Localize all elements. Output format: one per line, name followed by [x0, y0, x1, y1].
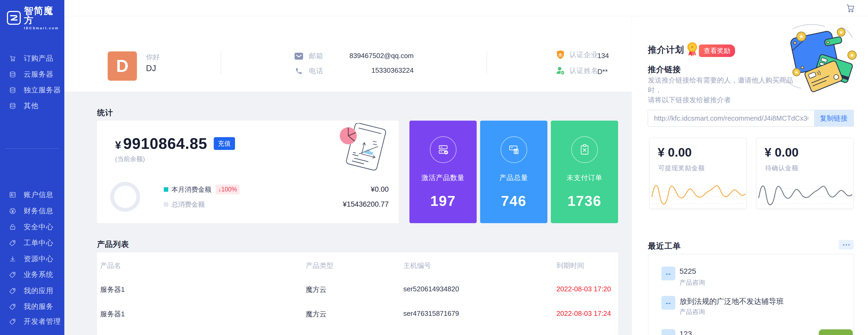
tile-total-products: 产品总量 746 — [480, 121, 547, 223]
sidebar-item-label: 账户信息 — [24, 190, 54, 199]
legend-swatch-total — [164, 202, 168, 207]
medal-icon — [686, 42, 699, 57]
reward-label: 可提现奖励金额 — [658, 164, 705, 172]
recent-tickets-title: 最近工单 — [648, 241, 681, 252]
sidebar-item-label: 我的应用 — [24, 286, 54, 296]
user-name: DJ — [146, 64, 156, 73]
unpaid-orders-icon — [571, 136, 598, 163]
ticket-category: 产品咨询 — [680, 278, 705, 287]
tag-icon — [9, 240, 16, 247]
database-icon — [9, 102, 16, 109]
referral-panel: 推介计划 查看奖励 — [632, 16, 868, 335]
user-avatar: D — [108, 51, 137, 81]
ticket-title: 123 — [680, 330, 692, 335]
sidebar-item-dedicated-server[interactable]: 独立服务器 — [0, 84, 64, 96]
brand-logo-icon — [6, 10, 21, 25]
cert-name-label: 认证姓名 — [569, 66, 598, 75]
tickets-more-button[interactable] — [839, 240, 854, 250]
user-greeting: 你好 — [146, 53, 160, 62]
tile-label: 激活产品数量 — [409, 173, 477, 183]
download-icon — [9, 255, 16, 262]
reward-amount: ¥ 0.00 — [658, 145, 692, 160]
cell-expire-time: 2022-08-03 17:24 — [556, 309, 611, 318]
tile-value: 197 — [409, 193, 477, 209]
ticket-list-item[interactable]: -- 放到法规的广泛地不发达辅导班 产品咨询 — [648, 296, 854, 320]
active-products-icon — [430, 136, 457, 163]
sidebar-item-label: 订购产品 — [24, 54, 54, 63]
percent-down-badge: ↓100% — [216, 185, 240, 194]
tag-icon — [9, 303, 16, 310]
phone-value: 15330363224 — [294, 66, 414, 74]
legend-swatch-month — [164, 187, 168, 192]
stats-section-title: 统计 — [97, 108, 113, 118]
cell-product-name: 服务器1 — [100, 285, 125, 294]
ticket-category: 产品咨询 — [680, 308, 705, 316]
withdrawable-reward-card: ¥ 0.00 可提现奖励金额 — [649, 138, 747, 209]
sidebar-item-resource-center[interactable]: 资源中心 — [0, 253, 64, 265]
sidebar-item-order-products[interactable]: 订购产品 — [0, 52, 64, 64]
currency-symbol: ¥ — [115, 139, 121, 151]
tile-label: 未支付订单 — [551, 173, 618, 183]
sidebar-item-label: 工单中心 — [24, 238, 54, 248]
tag-icon — [9, 287, 16, 295]
referral-link-input[interactable] — [648, 110, 814, 126]
vertical-divider — [221, 50, 221, 74]
tile-active-products: 激活产品数量 197 — [409, 121, 477, 223]
brand-logo[interactable]: 智简魔方 IDCSmart.com — [6, 7, 60, 28]
sidebar-item-label: 财务信息 — [24, 206, 54, 216]
reward-label: 待确认金额 — [765, 164, 798, 172]
product-list-title: 产品列表 — [97, 239, 129, 250]
sidebar-item-cloud-server[interactable]: 云服务器 — [0, 68, 64, 80]
sidebar-item-other[interactable]: 其他 — [0, 100, 64, 112]
reward-sparkline-gray — [758, 181, 852, 207]
cart-button[interactable] — [845, 3, 856, 13]
col-header-expire: 到期时间 — [556, 261, 584, 270]
cell-expire-time: 2022-08-03 17:20 — [556, 285, 611, 293]
col-header-name: 产品名 — [100, 261, 121, 270]
view-rewards-button[interactable]: 查看奖励 — [699, 45, 735, 57]
ticket-list-item[interactable]: -- 5225 产品咨询 — [648, 267, 854, 291]
col-header-type: 产品类型 — [306, 261, 333, 270]
sidebar-item-my-services[interactable]: 我的服务 — [0, 300, 64, 313]
legend-label-total: 总消费金额 — [172, 200, 205, 209]
email-value: 839467502@qq.com — [294, 51, 414, 60]
tile-label: 产品总量 — [480, 173, 547, 183]
cert-company-value: 134 — [597, 52, 609, 60]
sidebar-item-ticket-center[interactable]: 工单中心 — [0, 237, 64, 249]
sidebar-item-my-apps[interactable]: 我的应用 — [0, 285, 64, 297]
referral-title: 推介计划 — [648, 44, 684, 56]
brand-site: IDCSmart.com — [24, 26, 60, 30]
sidebar-item-developer-admin[interactable]: 开发者管理 — [0, 315, 64, 328]
ticket-title: 5225 — [680, 267, 696, 276]
recent-tickets-card: -- 5225 产品咨询 -- 放到法规的广泛地不发达辅导班 产品咨询 -- 1… — [648, 254, 854, 335]
sidebar-item-account-info[interactable]: 账户信息 — [0, 189, 64, 201]
user-info-panel: D 你好 DJ 邮箱 839467502@qq.com 电话 153303632… — [64, 16, 632, 92]
reward-sparkline-orange — [651, 181, 745, 207]
cell-host-id: ser520614934820 — [403, 285, 459, 293]
reward-amount: ¥ 0.00 — [765, 145, 799, 160]
sidebar-item-label: 云服务器 — [24, 69, 54, 79]
cell-product-type: 魔方云 — [306, 285, 327, 294]
sidebar-item-label: 安全中心 — [24, 222, 54, 232]
sidebar-item-business-system[interactable]: 业务系统 — [0, 269, 64, 281]
sidebar-item-security-center[interactable]: 安全中心 — [0, 221, 64, 233]
sidebar-item-label: 其他 — [24, 101, 38, 111]
sidebar-item-label: 开发者管理 — [24, 317, 61, 326]
cart-icon — [9, 55, 16, 62]
balance-card: ¥ 9910864.85 充值 (当前余额) 本月消费金额 ↓100% ¥0.0… — [97, 121, 399, 223]
cell-product-type: 魔方云 — [306, 309, 327, 319]
balance-amount: 9910864.85 — [123, 135, 207, 152]
floating-chat-button[interactable] — [819, 329, 853, 335]
cell-product-name: 服务器1 — [100, 309, 125, 319]
referral-desc-line1: 发送推介链接给有需要的人，邀请他人购买商品时， — [648, 75, 797, 95]
balance-note: (当前余额) — [115, 155, 145, 163]
certified-name-icon — [556, 66, 565, 75]
sidebar: 智简魔方 IDCSmart.com 订购产品 云服务器 独立服务器 其他 账户信… — [0, 0, 64, 335]
legend-value-month: ¥0.00 — [371, 185, 389, 194]
referral-link-row: 复制链接 — [648, 110, 854, 127]
tile-unpaid-orders: 未支付订单 1736 — [551, 121, 618, 223]
copy-link-button[interactable]: 复制链接 — [814, 110, 854, 126]
top-header: ★ D — [64, 0, 868, 16]
sidebar-item-finance-info[interactable]: 财务信息 — [0, 205, 64, 217]
recharge-button[interactable]: 充值 — [214, 137, 235, 150]
